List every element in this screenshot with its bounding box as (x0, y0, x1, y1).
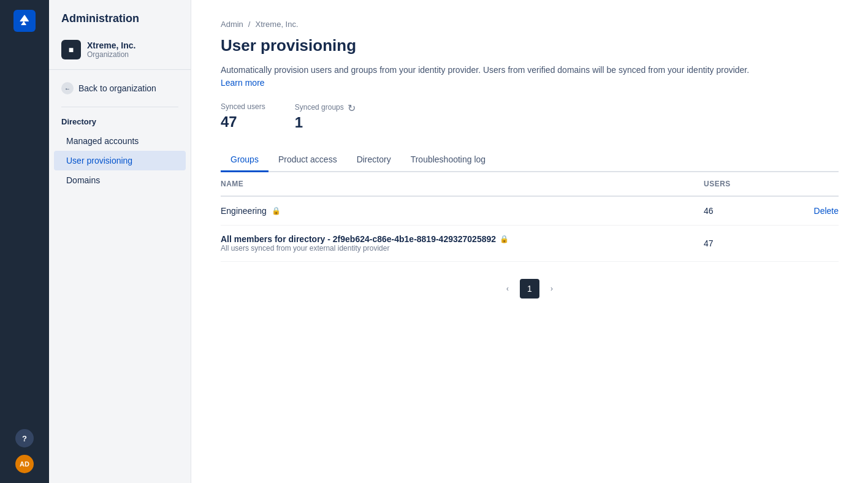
table-row: Engineering 🔒 46 Delete (221, 197, 839, 226)
stats-row: Synced users 47 Synced groups ↻ 1 (221, 102, 839, 131)
tabs: Groups Product access Directory Troubles… (221, 148, 839, 172)
group-sub-all-members: All users synced from your external iden… (221, 244, 509, 253)
pagination: ‹ 1 › (221, 279, 839, 299)
sidebar-item-domains[interactable]: Domains (54, 170, 186, 190)
org-block: ■ Xtreme, Inc. Organization (49, 35, 191, 70)
name-col-stack: All members for directory - 2f9eb624-c86… (221, 234, 509, 253)
pagination-prev[interactable]: ‹ (498, 279, 517, 299)
help-button[interactable]: ? (15, 429, 34, 447)
left-nav: ? AD (0, 0, 49, 483)
learn-more-link[interactable]: Learn more (221, 78, 265, 88)
breadcrumb: Admin / Xtreme, Inc. (221, 20, 839, 29)
user-avatar[interactable]: AD (15, 455, 34, 473)
table-header: Name Users (221, 172, 839, 197)
synced-users-stat: Synced users 47 (221, 102, 265, 131)
row-users-all-members: 47 (704, 238, 777, 248)
sidebar: Administration ■ Xtreme, Inc. Organizati… (49, 0, 191, 483)
col-action-header (777, 180, 839, 188)
col-name-header: Name (221, 180, 704, 188)
atlassian-logo-icon (18, 14, 31, 28)
breadcrumb-separator: / (248, 20, 251, 29)
pagination-next[interactable]: › (542, 279, 562, 299)
breadcrumb-org: Xtreme, Inc. (255, 20, 298, 29)
sidebar-item-managed-accounts[interactable]: Managed accounts (54, 131, 186, 151)
row-action-engineering: Delete (777, 205, 839, 216)
row-users-engineering: 46 (704, 206, 777, 216)
row-name-engineering: Engineering 🔒 (221, 206, 704, 216)
app-logo[interactable] (13, 10, 36, 32)
synced-groups-header: Synced groups ↻ (295, 102, 356, 114)
sidebar-title: Administration (49, 12, 191, 35)
pagination-page-1[interactable]: 1 (520, 279, 539, 299)
org-info: Xtreme, Inc. Organization (87, 40, 135, 59)
tab-troubleshooting-log[interactable]: Troubleshooting log (401, 148, 495, 172)
page-title: User provisioning (221, 36, 839, 55)
tab-groups[interactable]: Groups (221, 148, 268, 172)
table-row: All members for directory - 2f9eb624-c86… (221, 226, 839, 262)
sync-icon: ↻ (348, 102, 356, 114)
sidebar-section-label: Directory (49, 115, 191, 131)
synced-users-label: Synced users (221, 102, 265, 111)
group-name-all-members: All members for directory - 2f9eb624-c86… (221, 234, 496, 244)
lock-icon-all-members: 🔒 (500, 235, 509, 243)
sidebar-divider (61, 107, 178, 107)
back-icon: ← (61, 82, 74, 94)
synced-users-value: 47 (221, 113, 265, 131)
group-name-engineering: Engineering (221, 206, 267, 216)
groups-table: Name Users Engineering 🔒 46 Delete All m… (221, 172, 839, 262)
back-label: Back to organization (78, 83, 156, 93)
tab-product-access[interactable]: Product access (268, 148, 347, 172)
org-type: Organization (87, 50, 135, 59)
page-description: Automatically provision users and groups… (221, 65, 839, 75)
synced-groups-value: 1 (295, 114, 356, 131)
back-to-org-link[interactable]: ← Back to organization (49, 77, 191, 99)
col-users-header: Users (704, 180, 777, 188)
main-content: Admin / Xtreme, Inc. User provisioning A… (191, 0, 868, 483)
left-nav-bottom: ? AD (15, 429, 34, 473)
org-icon: ■ (61, 40, 81, 59)
synced-groups-stat: Synced groups ↻ 1 (295, 102, 356, 131)
lock-icon: 🔒 (272, 207, 281, 215)
sidebar-item-user-provisioning[interactable]: User provisioning (54, 151, 186, 170)
delete-button-engineering[interactable]: Delete (814, 206, 839, 216)
row-name-all-members: All members for directory - 2f9eb624-c86… (221, 234, 704, 253)
tab-directory[interactable]: Directory (347, 148, 401, 172)
org-name: Xtreme, Inc. (87, 40, 135, 50)
breadcrumb-admin[interactable]: Admin (221, 20, 243, 29)
synced-groups-label: Synced groups (295, 103, 344, 112)
